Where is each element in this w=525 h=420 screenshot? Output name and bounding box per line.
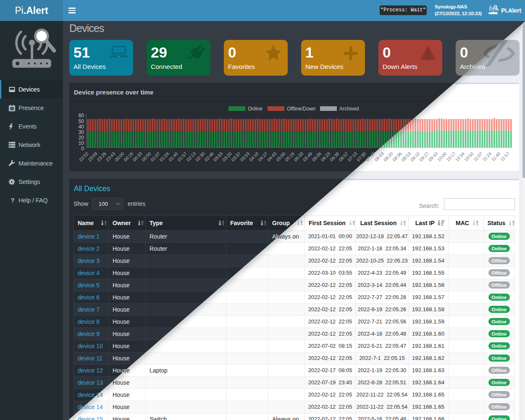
svg-text:07:30: 07:30 bbox=[356, 151, 367, 162]
svg-text:05:00: 05:00 bbox=[276, 151, 286, 162]
svg-text:10:17: 10:17 bbox=[446, 151, 457, 162]
svg-text:11:40: 11:40 bbox=[491, 151, 501, 162]
svg-text:03:03: 03:03 bbox=[213, 151, 223, 162]
svg-text:00:00: 00:00 bbox=[114, 151, 125, 162]
svg-text:02:13: 02:13 bbox=[186, 151, 197, 162]
svg-text:00:33: 00:33 bbox=[132, 151, 143, 162]
svg-text:08:20: 08:20 bbox=[383, 151, 394, 162]
svg-text:05:33: 05:33 bbox=[293, 151, 304, 162]
svg-text:03:20: 03:20 bbox=[222, 151, 233, 162]
svg-text:06:57: 06:57 bbox=[338, 151, 349, 162]
svg-text:11:57: 11:57 bbox=[499, 151, 510, 162]
svg-text:09:10: 09:10 bbox=[410, 151, 420, 162]
svg-text:22:52: 22:52 bbox=[78, 151, 89, 162]
svg-text:01:07: 01:07 bbox=[150, 151, 161, 162]
svg-text:Offline/Down: Offline/Down bbox=[287, 106, 315, 112]
svg-text:00:16: 00:16 bbox=[123, 151, 134, 162]
svg-text:09:43: 09:43 bbox=[428, 151, 438, 162]
svg-text:06:39: 06:39 bbox=[329, 151, 340, 162]
svg-text:04:27: 04:27 bbox=[257, 151, 268, 162]
svg-text:08:03: 08:03 bbox=[374, 151, 385, 162]
svg-text:20: 20 bbox=[79, 135, 84, 141]
svg-text:04:43: 04:43 bbox=[266, 151, 277, 162]
svg-text:10: 10 bbox=[79, 140, 84, 146]
svg-text:11:07: 11:07 bbox=[472, 151, 483, 162]
svg-text:01:40: 01:40 bbox=[168, 151, 179, 162]
svg-text:10:34: 10:34 bbox=[454, 151, 465, 162]
svg-text:01:57: 01:57 bbox=[177, 151, 188, 162]
svg-text:05:16: 05:16 bbox=[284, 151, 295, 162]
svg-text:03:37: 03:37 bbox=[231, 151, 242, 162]
svg-text:08:36: 08:36 bbox=[392, 151, 403, 162]
svg-text:03:53: 03:53 bbox=[239, 151, 250, 162]
svg-text:Archived: Archived bbox=[339, 106, 359, 112]
svg-text:23:09: 23:09 bbox=[87, 151, 98, 162]
svg-text:0: 0 bbox=[81, 146, 84, 152]
svg-text:50: 50 bbox=[79, 118, 84, 124]
svg-text:04:10: 04:10 bbox=[249, 151, 260, 162]
svg-text:08:53: 08:53 bbox=[401, 151, 412, 162]
svg-text:02:30: 02:30 bbox=[195, 151, 206, 162]
svg-text:23:43: 23:43 bbox=[105, 151, 116, 162]
svg-text:09:27: 09:27 bbox=[419, 151, 430, 162]
svg-text:06:06: 06:06 bbox=[311, 151, 322, 162]
svg-text:10:00: 10:00 bbox=[436, 151, 447, 162]
svg-text:06:23: 06:23 bbox=[320, 151, 331, 162]
svg-text:11:24: 11:24 bbox=[482, 151, 493, 162]
svg-text:02:46: 02:46 bbox=[204, 151, 215, 162]
svg-text:23:26: 23:26 bbox=[96, 151, 107, 162]
svg-text:00:50: 00:50 bbox=[141, 151, 152, 162]
svg-text:40: 40 bbox=[79, 124, 84, 130]
svg-text:05:49: 05:49 bbox=[302, 151, 313, 162]
svg-text:01:24: 01:24 bbox=[159, 151, 170, 162]
svg-text:60: 60 bbox=[79, 113, 84, 118]
svg-text:Online: Online bbox=[248, 106, 262, 112]
svg-text:30: 30 bbox=[79, 129, 84, 135]
svg-text:10:50: 10:50 bbox=[463, 151, 474, 162]
svg-text:07:13: 07:13 bbox=[347, 151, 358, 162]
